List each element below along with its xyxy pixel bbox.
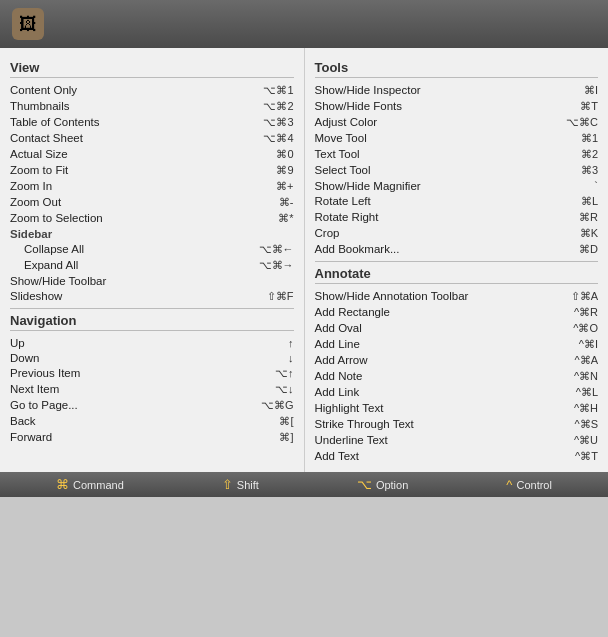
shortcut-label: Zoom Out (10, 196, 279, 208)
footer-item: ⌥Option (357, 477, 408, 492)
shortcut-label: Add Note (315, 370, 574, 382)
shortcut-key: ↑ (288, 337, 294, 349)
shortcut-row: Show/Hide Annotation Toolbar⇧⌘A (315, 288, 599, 304)
shortcut-row: Zoom to Fit⌘9 (10, 162, 294, 178)
shortcut-label: Contact Sheet (10, 132, 263, 144)
shortcut-key: ⇧⌘A (571, 290, 598, 303)
section-header-annotate: Annotate (315, 266, 599, 284)
main-content: ViewContent Only⌥⌘1Thumbnails⌥⌘2Table of… (0, 48, 608, 472)
shortcut-key: ⌥⌘C (566, 116, 598, 129)
shortcut-row: Slideshow⇧⌘F (10, 288, 294, 304)
shortcut-row: Show/Hide Toolbar (10, 273, 294, 288)
shortcut-row: Show/Hide Magnifier` (315, 178, 599, 193)
footer-item: ⇧Shift (222, 477, 259, 492)
shortcut-row: Actual Size⌘0 (10, 146, 294, 162)
footer-key-label: Shift (237, 479, 259, 491)
shortcut-key: ⌘3 (581, 164, 598, 177)
shortcut-key: ^⌘L (576, 386, 598, 399)
shortcut-label: Add Link (315, 386, 576, 398)
shortcut-key: ⌘T (580, 100, 598, 113)
shortcut-row: Add Rectangle^⌘R (315, 304, 599, 320)
shortcut-label: Up (10, 337, 288, 349)
shortcut-row: Collapse All⌥⌘← (10, 241, 294, 257)
shortcut-row: Zoom In⌘+ (10, 178, 294, 194)
shortcut-row: Expand All⌥⌘→ (10, 257, 294, 273)
shortcut-label: Go to Page... (10, 399, 261, 411)
footer-key-symbol: ⇧ (222, 477, 233, 492)
shortcut-row: Select Tool⌘3 (315, 162, 599, 178)
footer-key-symbol: ⌥ (357, 477, 372, 492)
shortcut-label: Add Arrow (315, 354, 575, 366)
shortcut-row: Down↓ (10, 350, 294, 365)
shortcut-row: Rotate Right⌘R (315, 209, 599, 225)
shortcut-label: Down (10, 352, 288, 364)
footer-key-label: Command (73, 479, 124, 491)
shortcut-row: Underline Text^⌘U (315, 432, 599, 448)
shortcut-key: ` (594, 180, 598, 192)
shortcut-label: Crop (315, 227, 580, 239)
shortcut-label: Back (10, 415, 279, 427)
shortcut-key: ^⌘U (574, 434, 598, 447)
shortcut-row: Up↑ (10, 335, 294, 350)
shortcut-key: ⌥⌘3 (263, 116, 293, 129)
shortcut-row: Go to Page...⌥⌘G (10, 397, 294, 413)
shortcut-label: Rotate Left (315, 195, 581, 207)
shortcut-label: Show/Hide Inspector (315, 84, 584, 96)
shortcut-row: Adjust Color⌥⌘C (315, 114, 599, 130)
shortcut-label: Expand All (24, 259, 259, 271)
shortcut-label: Highlight Text (315, 402, 574, 414)
shortcut-label: Show/Hide Fonts (315, 100, 581, 112)
shortcut-label: Add Rectangle (315, 306, 574, 318)
shortcut-key: ⌥⌘4 (263, 132, 293, 145)
shortcut-label: Forward (10, 431, 279, 443)
shortcut-key: ^⌘H (574, 402, 598, 415)
shortcut-label: Move Tool (315, 132, 581, 144)
shortcut-label: Zoom to Fit (10, 164, 276, 176)
section-separator (315, 261, 599, 262)
shortcut-row: Crop⌘K (315, 225, 599, 241)
shortcut-label: Actual Size (10, 148, 276, 160)
shortcut-row: Contact Sheet⌥⌘4 (10, 130, 294, 146)
shortcut-key: ⌘+ (276, 180, 293, 193)
shortcut-row: Rotate Left⌘L (315, 193, 599, 209)
shortcut-key: ⌘D (579, 243, 598, 256)
shortcut-row: Add Arrow^⌘A (315, 352, 599, 368)
shortcut-label: Zoom In (10, 180, 276, 192)
shortcut-row: Add Oval^⌘O (315, 320, 599, 336)
shortcut-label: Table of Contents (10, 116, 263, 128)
shortcut-label: Rotate Right (315, 211, 580, 223)
shortcut-label: Slideshow (10, 290, 267, 302)
footer-key-symbol: ^ (506, 477, 512, 492)
shortcut-label: Add Oval (315, 322, 574, 334)
left-column: ViewContent Only⌥⌘1Thumbnails⌥⌘2Table of… (0, 48, 305, 472)
title-bar: 🖼 (0, 0, 608, 48)
shortcut-key: ⌥⌘← (259, 243, 294, 256)
section-header-navigation: Navigation (10, 313, 294, 331)
shortcut-key: ⌘1 (581, 132, 598, 145)
shortcut-key: ⌥⌘1 (263, 84, 293, 97)
shortcut-key: ⌥⌘2 (263, 100, 293, 113)
shortcut-key: ⌘L (581, 195, 598, 208)
shortcut-key: ⌥⌘→ (259, 259, 294, 272)
shortcut-key: ^⌘S (575, 418, 599, 431)
shortcut-row: Previous Item⌥↑ (10, 365, 294, 381)
shortcut-row: Add Note^⌘N (315, 368, 599, 384)
shortcut-row: Back⌘[ (10, 413, 294, 429)
shortcut-row: Table of Contents⌥⌘3 (10, 114, 294, 130)
shortcut-key: ⌘[ (279, 415, 293, 428)
shortcut-key: ⌘K (580, 227, 598, 240)
shortcut-label: Text Tool (315, 148, 581, 160)
shortcut-key: ⌘2 (581, 148, 598, 161)
right-column: ToolsShow/Hide Inspector⌘IShow/Hide Font… (305, 48, 609, 472)
shortcut-key: ^⌘N (574, 370, 598, 383)
footer-bar: ⌘Command⇧Shift⌥Option^Control (0, 472, 608, 497)
footer-key-label: Control (516, 479, 551, 491)
app-icon: 🖼 (12, 8, 44, 40)
footer-key-label: Option (376, 479, 408, 491)
shortcut-key: ⌘I (584, 84, 598, 97)
shortcut-row: Show/Hide Inspector⌘I (315, 82, 599, 98)
shortcut-key: ^⌘A (575, 354, 599, 367)
shortcut-row: Forward⌘] (10, 429, 294, 445)
section-separator (10, 308, 294, 309)
shortcut-row: Add Line^⌘I (315, 336, 599, 352)
